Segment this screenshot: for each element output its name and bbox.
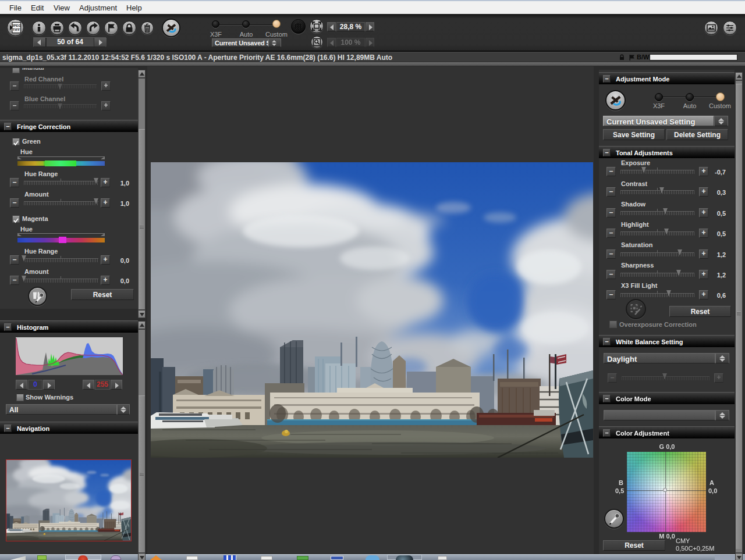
svg-text:TIFF: TIFF	[13, 28, 20, 31]
svg-text:JPEG: JPEG	[12, 24, 21, 27]
